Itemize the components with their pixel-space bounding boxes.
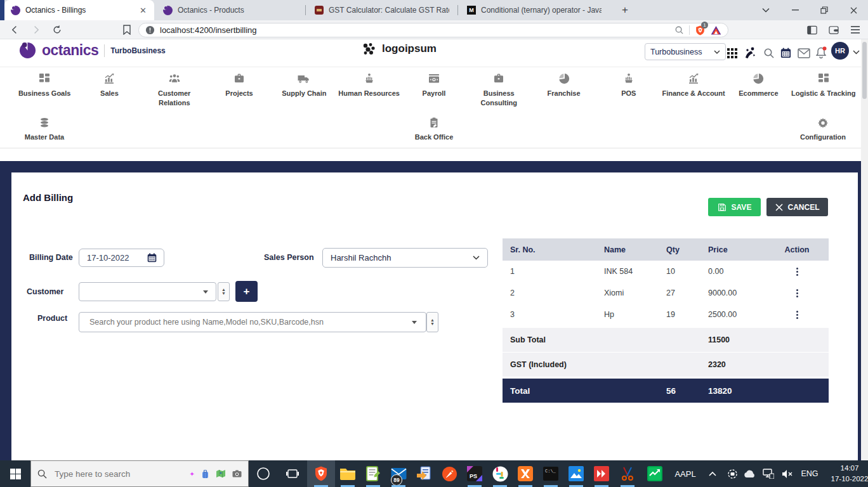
tray-screen-record-icon[interactable] (723, 460, 741, 487)
cortana-button[interactable] (249, 460, 278, 487)
nav-item-pos[interactable]: POS (596, 72, 661, 108)
product-search-field[interactable] (79, 312, 426, 332)
taskbar-search-input[interactable] (53, 469, 183, 479)
cancel-button[interactable]: CANCEL (766, 198, 828, 216)
start-button[interactable] (0, 460, 30, 487)
nav-item-business-goals[interactable]: Business Goals (12, 72, 77, 108)
brave-shields-icon[interactable]: 1 (695, 25, 706, 36)
user-avatar[interactable]: HR (831, 42, 849, 60)
tray-language[interactable]: ENG (797, 460, 822, 487)
nav-item-back-office[interactable]: Back Office (399, 117, 469, 141)
tray-hidden-icons-chevron[interactable] (702, 460, 723, 487)
taskbar-phpstorm[interactable]: PS (462, 460, 487, 487)
nav-item-business-consulting[interactable]: Business Consulting (466, 72, 531, 108)
taskbar-terminal[interactable]: C:\_ (538, 460, 563, 487)
nav-label: Supply Chain (282, 89, 326, 98)
address-bar[interactable]: localhost:4200/insertbilling 1 (138, 23, 728, 37)
search-icon[interactable] (763, 48, 775, 59)
taskbar-photos[interactable] (563, 460, 589, 487)
tray-clock[interactable]: 14:07 17-10-2022 (822, 460, 868, 487)
workspace-select[interactable]: Turbobusiness (645, 43, 726, 60)
profile-chevron-icon[interactable] (853, 50, 860, 55)
nav-item-logistic-tracking[interactable]: Logistic & Tracking (791, 72, 856, 108)
window-close-button[interactable] (839, 0, 868, 20)
add-customer-button[interactable]: + (235, 281, 258, 302)
row-actions-menu-icon[interactable] (794, 266, 800, 278)
tray-onedrive-icon[interactable] (741, 460, 759, 487)
url-text[interactable]: localhost:4200/insertbilling (160, 25, 669, 35)
tab-gst-calculator[interactable]: GST Calculator: Calculate GST Rates in (308, 0, 456, 20)
nav-item-ecommerce[interactable]: Ecommerce (726, 72, 791, 108)
nav-item-sales[interactable]: Sales (77, 72, 141, 108)
taskbar-pen-tool[interactable] (437, 460, 462, 487)
tab-octanics-products[interactable]: Octanics - Products (157, 0, 304, 20)
back-button[interactable] (8, 23, 21, 36)
nav-item-configuration[interactable]: Configuration (788, 117, 858, 141)
product-spinner[interactable]: ▲ ▼ (426, 312, 438, 332)
refresh-button[interactable] (51, 23, 63, 36)
nav-item-payroll[interactable]: Payroll (402, 72, 466, 108)
row-actions-menu-icon[interactable] (794, 287, 800, 299)
window-maximize-button[interactable] (810, 0, 839, 20)
nav-item-projects[interactable]: Projects (207, 72, 272, 108)
tab-close-icon[interactable]: ✕ (138, 6, 148, 15)
nav-item-customer-relations[interactable]: Customer Relations (142, 72, 207, 108)
brave-rewards-icon[interactable] (711, 25, 721, 36)
tab-search-chevron-icon[interactable] (751, 0, 780, 20)
apps-grid-icon[interactable] (727, 48, 737, 58)
nav-item-finance-account[interactable]: Finance & Account (661, 72, 726, 108)
task-view-button[interactable] (278, 460, 307, 487)
notifications-bell-icon[interactable] (815, 46, 827, 60)
forward-button[interactable] (30, 23, 43, 36)
site-info-icon[interactable] (145, 25, 155, 35)
mail-icon[interactable] (798, 48, 810, 58)
nav-item-master-data[interactable]: Master Data (10, 117, 79, 141)
scrollbar-thumb[interactable] (862, 42, 867, 99)
nav-row-1: Business Goals Sales Customer Relations … (12, 72, 856, 108)
billing-date-field[interactable] (79, 249, 164, 267)
screen: Octanics - Billings ✕ Octanics - Product… (0, 0, 868, 487)
col-header-name: Name (604, 245, 666, 254)
calendar-icon[interactable] (780, 47, 792, 59)
taskbar-brave[interactable] (307, 460, 335, 487)
customer-spinner[interactable]: ▲ ▼ (218, 282, 230, 301)
bookmark-icon[interactable] (121, 23, 133, 36)
taskbar-slack[interactable] (487, 460, 513, 487)
support-icon[interactable] (744, 46, 757, 60)
taskbar-mail[interactable]: 89 (386, 460, 411, 487)
sidebar-toggle-icon[interactable] (806, 23, 819, 36)
browser-menu-icon[interactable] (849, 23, 862, 36)
customer-select[interactable] (79, 282, 216, 301)
taskbar-xampp[interactable] (513, 460, 538, 487)
nav-item-human-resources[interactable]: Human Resources (336, 72, 401, 108)
window-minimize-button[interactable] (780, 0, 810, 20)
tray-volume-muted-icon[interactable] (778, 460, 797, 487)
row-actions-menu-icon[interactable] (794, 309, 800, 321)
taskbar-screen-clip[interactable] (614, 460, 641, 487)
tray-network-icon[interactable] (759, 460, 778, 487)
product-search-input[interactable] (88, 317, 412, 327)
tab-octanics-billings[interactable]: Octanics - Billings ✕ (4, 0, 154, 20)
nav-label: Customer Relations (142, 89, 207, 108)
taskbar-notepad[interactable] (360, 460, 386, 487)
spin-down-icon[interactable]: ▼ (430, 322, 435, 326)
page-scrollbar[interactable] (861, 39, 868, 460)
save-button[interactable]: SAVE (708, 198, 761, 216)
taskbar-search-box[interactable]: ✦ (30, 460, 249, 487)
tray-stocks-app[interactable] (641, 460, 669, 487)
new-tab-button[interactable]: + (617, 3, 633, 18)
brand-logo[interactable]: octanics TurboBusiness (19, 42, 166, 59)
calendar-icon[interactable] (147, 252, 157, 263)
tab-mdn-ternary[interactable]: M Conditional (ternary) operator - JavaS… (461, 0, 608, 20)
taskbar-import-doc[interactable] (411, 460, 437, 487)
taskbar-quick-share[interactable] (589, 460, 614, 487)
tray-stock-ticker[interactable]: AAPL (669, 460, 702, 487)
brave-wallet-icon[interactable] (827, 23, 840, 36)
zoom-icon[interactable] (674, 25, 684, 35)
taskbar-file-explorer[interactable] (335, 460, 360, 487)
billing-date-input[interactable] (86, 252, 141, 263)
nav-item-franchise[interactable]: Franchise (531, 72, 596, 108)
spin-down-icon[interactable]: ▼ (221, 292, 226, 295)
sales-person-select[interactable]: Harshil Rachchh (322, 248, 488, 268)
nav-item-supply-chain[interactable]: Supply Chain (272, 72, 336, 108)
